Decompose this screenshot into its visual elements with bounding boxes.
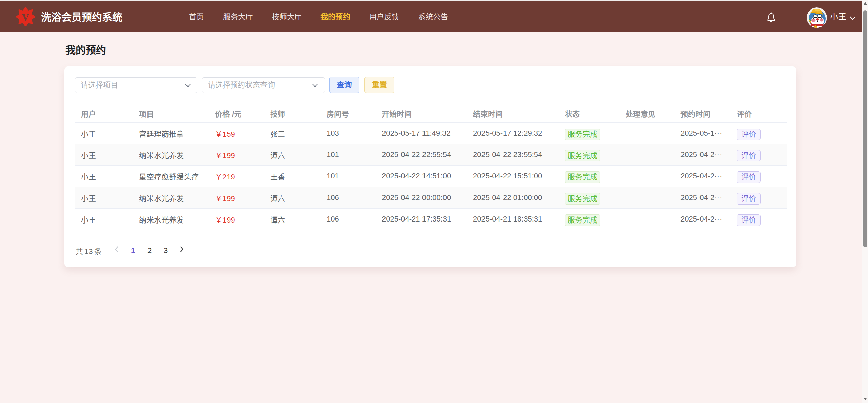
svg-text:V: V bbox=[22, 12, 29, 23]
